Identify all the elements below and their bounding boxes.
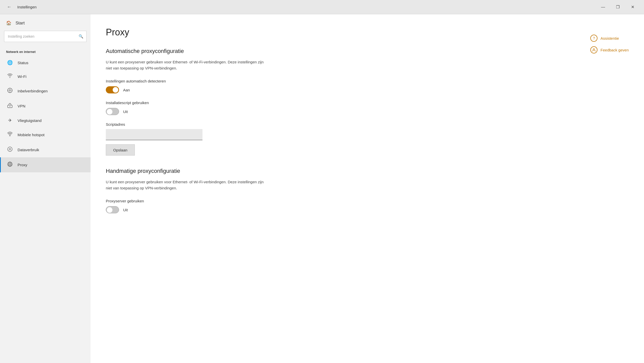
- status-icon: 🌐: [7, 60, 13, 65]
- auto-section-title: Automatische proxyconfiguratie: [106, 48, 325, 54]
- close-button[interactable]: ✕: [625, 2, 640, 12]
- sidebar-item-label: Wi-Fi: [18, 74, 26, 79]
- sidebar-item-airplane[interactable]: ✈ Vliegtuigstand: [0, 114, 91, 127]
- back-button[interactable]: ←: [4, 2, 14, 12]
- toggle-thumb: [113, 87, 118, 93]
- search-container: 🔍: [4, 31, 86, 42]
- toggle-thumb: [107, 109, 112, 115]
- auto-detect-toggle-row: Aan: [106, 86, 325, 93]
- sidebar-item-data[interactable]: Dataverbruik: [0, 142, 91, 157]
- svg-point-9: [8, 147, 12, 151]
- home-label: Start: [16, 21, 25, 26]
- proxy-server-toggle-row: Uit: [106, 206, 325, 213]
- wifi-icon: [7, 74, 13, 79]
- sidebar-item-status[interactable]: 🌐 Status: [0, 56, 91, 69]
- install-script-toggle[interactable]: [106, 108, 119, 115]
- manual-section-title: Handmatige proxyconfiguratie: [106, 168, 325, 174]
- minimize-button[interactable]: —: [596, 2, 610, 12]
- sidebar-item-vpn[interactable]: VPN: [0, 99, 91, 114]
- svg-point-1: [9, 90, 11, 91]
- save-button[interactable]: Opslaan: [106, 144, 135, 156]
- svg-point-8: [9, 135, 10, 136]
- sidebar-item-label: Mobiele hotspot: [18, 133, 45, 137]
- proxy-server-label: Proxyserver gebruiken: [106, 199, 325, 203]
- feedback-link[interactable]: Feedback geven: [590, 46, 629, 53]
- auto-detect-toggle[interactable]: [106, 86, 119, 93]
- sidebar-item-dial[interactable]: Inbelverbindingen: [0, 83, 91, 99]
- sidebar-item-label: VPN: [18, 104, 25, 108]
- sidebar-item-label: Status: [18, 61, 28, 65]
- script-address-input[interactable]: [106, 129, 202, 140]
- vpn-icon: [7, 103, 13, 109]
- home-icon: 🏠: [6, 20, 11, 26]
- sidebar-item-label: Vliegtuigstand: [18, 118, 41, 123]
- sidebar-section-title: Netwerk en internet: [0, 47, 91, 56]
- proxy-server-status: Uit: [123, 208, 128, 212]
- side-links: ? Assistentie Feedback geven: [590, 35, 629, 53]
- sidebar-item-hotspot[interactable]: Mobiele hotspot: [0, 127, 91, 142]
- assistentie-icon: ?: [590, 35, 597, 42]
- app-title: Instellingen: [17, 5, 37, 9]
- svg-point-7: [10, 106, 10, 107]
- data-icon: [7, 146, 13, 153]
- content-inner: Proxy Automatische proxyconfiguratie U k…: [106, 27, 325, 213]
- sidebar-item-wifi[interactable]: Wi-Fi: [0, 69, 91, 83]
- sidebar-item-home[interactable]: 🏠 Start: [0, 14, 91, 31]
- install-script-status: Uit: [123, 109, 128, 114]
- proxy-server-toggle[interactable]: [106, 206, 119, 213]
- script-address-label: Scriptadres: [106, 122, 325, 127]
- proxy-icon: [7, 161, 13, 168]
- auto-section-desc: U kunt een proxyserver gebruiken voor Et…: [106, 59, 269, 71]
- airplane-icon: ✈: [7, 118, 13, 123]
- install-script-toggle-row: Uit: [106, 108, 325, 115]
- maximize-button[interactable]: ❐: [610, 2, 625, 12]
- auto-detect-label: Instellingen automatisch detecteren: [106, 79, 325, 83]
- sidebar: 🏠 Start 🔍 Netwerk en internet 🌐 Status W…: [0, 14, 91, 363]
- page-title: Proxy: [106, 27, 325, 38]
- install-script-label: Installatiescript gebruiken: [106, 101, 325, 105]
- titlebar: ← Instellingen — ❐ ✕: [0, 0, 644, 14]
- svg-point-10: [9, 148, 11, 150]
- svg-point-16: [593, 49, 595, 50]
- assistentie-link[interactable]: ? Assistentie: [590, 35, 629, 42]
- hotspot-icon: [7, 131, 13, 138]
- sidebar-item-label: Dataverbruik: [18, 148, 39, 152]
- search-input[interactable]: [4, 31, 86, 42]
- sidebar-item-proxy[interactable]: Proxy: [0, 157, 91, 172]
- auto-detect-status: Aan: [123, 88, 130, 92]
- window-controls: — ❐ ✕: [596, 2, 640, 12]
- assistentie-label: Assistentie: [601, 36, 619, 40]
- sidebar-item-label: Proxy: [18, 163, 27, 167]
- feedback-icon: [590, 46, 597, 53]
- content-area: Proxy Automatische proxyconfiguratie U k…: [91, 14, 644, 363]
- sidebar-item-label: Inbelverbindingen: [18, 89, 48, 93]
- manual-section-desc: U kunt een proxyserver gebruiken voor Et…: [106, 179, 269, 191]
- toggle-thumb: [107, 207, 112, 213]
- dial-icon: [7, 88, 13, 94]
- search-icon: 🔍: [79, 34, 83, 39]
- feedback-label: Feedback geven: [601, 48, 629, 52]
- app-body: 🏠 Start 🔍 Netwerk en internet 🌐 Status W…: [0, 14, 644, 363]
